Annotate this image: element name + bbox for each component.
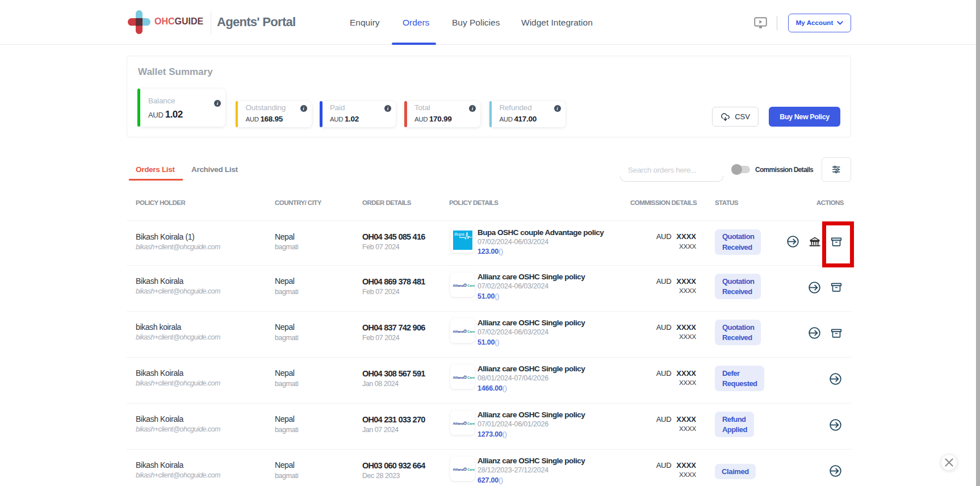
- svg-text:Care: Care: [467, 329, 475, 333]
- svg-text:Care: Care: [467, 283, 475, 287]
- svg-text:Allianz: Allianz: [453, 329, 463, 333]
- svg-text:Allianz: Allianz: [453, 375, 463, 379]
- svg-text:Care: Care: [467, 467, 475, 471]
- svg-text:Allianz: Allianz: [453, 467, 463, 471]
- svg-text:Allianz: Allianz: [453, 283, 463, 287]
- svg-text:Allianz: Allianz: [453, 421, 463, 425]
- svg-text:Care: Care: [467, 375, 475, 379]
- svg-text:Care: Care: [467, 421, 475, 425]
- svg-text:Bupa: Bupa: [454, 232, 464, 237]
